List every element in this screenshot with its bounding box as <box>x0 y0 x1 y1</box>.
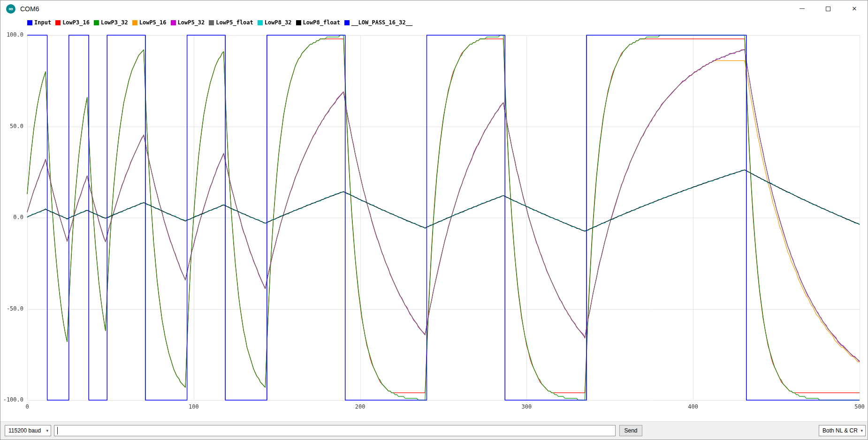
legend-swatch-icon <box>209 20 214 25</box>
line-ending-value: Both NL & CR <box>822 427 858 434</box>
legend-label: LowP3_32 <box>101 19 128 26</box>
legend-item: LowP3_16 <box>55 19 90 26</box>
maximize-icon <box>826 7 830 11</box>
legend-item: LowP5_float <box>209 19 253 26</box>
chevron-down-icon: ▾ <box>860 428 863 433</box>
legend-label: LowP5_16 <box>139 19 167 26</box>
legend-item: LowP5_16 <box>132 19 167 26</box>
close-icon: ✕ <box>852 5 857 12</box>
legend-swatch-icon <box>258 20 263 25</box>
legend-swatch-icon <box>344 20 350 25</box>
baud-rate-select[interactable]: 115200 baud ▾ <box>5 425 51 436</box>
legend-label: LowP8_32 <box>265 19 292 26</box>
legend-swatch-icon <box>27 20 32 25</box>
legend-item: LowP8_32 <box>258 19 292 26</box>
legend-label: LowP3_16 <box>62 19 90 26</box>
legend-swatch-icon <box>171 20 176 25</box>
window-title: COM6 <box>20 5 39 13</box>
serial-plotter-window: ∞ COM6 ✕ InputLowP3_16LowP3_32LowP5_16Lo… <box>0 0 868 440</box>
window-controls: ✕ <box>789 0 868 17</box>
legend-label: __LOW_PASS_16_32__ <box>351 19 412 26</box>
maximize-button[interactable] <box>815 0 841 17</box>
plot-canvas <box>0 17 868 422</box>
legend-item: Input <box>27 19 51 26</box>
legend-swatch-icon <box>296 20 301 25</box>
legend-item: LowP3_32 <box>94 19 128 26</box>
minimize-icon <box>799 8 805 9</box>
legend-label: Input <box>34 19 51 26</box>
legend-swatch-icon <box>132 20 137 25</box>
chevron-down-icon: ▾ <box>46 428 48 433</box>
plot-area: InputLowP3_16LowP3_32LowP5_16LowP5_32Low… <box>0 17 868 422</box>
title-bar[interactable]: ∞ COM6 ✕ <box>0 0 868 17</box>
serial-message-field <box>54 425 616 436</box>
legend-label: LowP5_float <box>216 19 253 26</box>
legend-swatch-icon <box>55 20 61 25</box>
legend-item: LowP5_32 <box>171 19 205 26</box>
serial-toolbar: 115200 baud ▾ Send Both NL & CR ▾ <box>0 421 868 440</box>
serial-message-input[interactable] <box>54 425 616 436</box>
close-button[interactable]: ✕ <box>841 0 868 17</box>
text-caret <box>57 427 58 434</box>
legend-item: __LOW_PASS_16_32__ <box>344 19 412 26</box>
legend-label: LowP8_float <box>303 19 340 26</box>
arduino-logo-icon: ∞ <box>6 4 15 14</box>
legend-label: LowP5_32 <box>178 19 205 26</box>
legend-swatch-icon <box>94 20 99 25</box>
minimize-button[interactable] <box>789 0 815 17</box>
baud-rate-value: 115200 baud <box>8 427 41 434</box>
legend-item: LowP8_float <box>296 19 340 26</box>
line-ending-select[interactable]: Both NL & CR ▾ <box>819 425 866 436</box>
send-button[interactable]: Send <box>619 425 642 436</box>
chart-legend: InputLowP3_16LowP3_32LowP5_16LowP5_32Low… <box>27 19 412 26</box>
